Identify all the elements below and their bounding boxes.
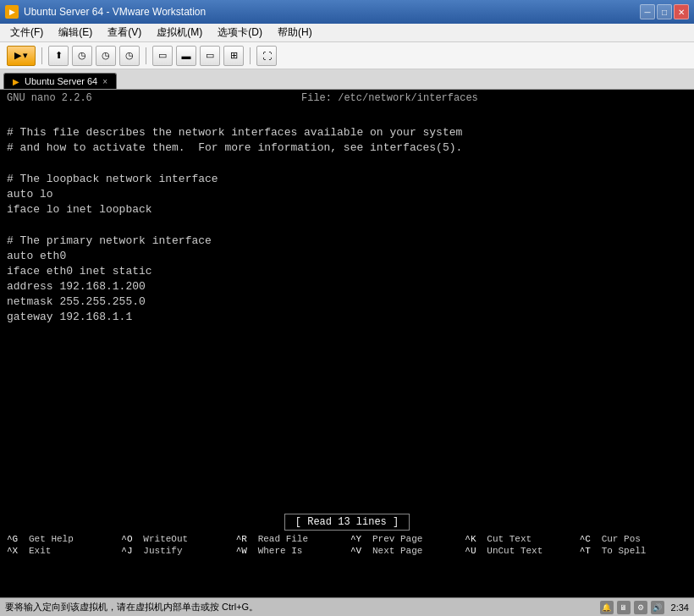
main-area[interactable]: GNU nano 2.2.6 File: /etc/network/interf… bbox=[0, 90, 694, 597]
shortcut-key: ^K bbox=[465, 534, 483, 544]
terminal[interactable]: # This file describes the network interf… bbox=[0, 107, 694, 329]
terminal-content[interactable]: # This file describes the network interf… bbox=[0, 107, 694, 513]
terminal-line: gateway 192.168.1.1 bbox=[7, 310, 687, 325]
play-dropdown-icon: ▾ bbox=[23, 50, 28, 61]
nano-version: GNU nano 2.2.6 bbox=[7, 92, 92, 104]
menu-view[interactable]: 查看(V) bbox=[101, 24, 148, 41]
shortcut-key: ^Y bbox=[350, 534, 369, 544]
shortcut-item: ^JJustify bbox=[118, 545, 232, 557]
terminal-line: netmask 255.255.255.0 bbox=[7, 294, 687, 310]
shortcut-key: ^G bbox=[7, 534, 25, 544]
title-bar-left: ▶ Ubuntu Server 64 - VMware Workstation bbox=[5, 5, 206, 19]
shortcut-key: ^R bbox=[236, 534, 255, 544]
shortcut-key: ^U bbox=[465, 546, 483, 556]
title-bar-controls: ─ □ ✕ bbox=[640, 4, 689, 19]
taskbar-icon-2: 🖥 bbox=[617, 601, 631, 614]
shortcut-label: Justify bbox=[143, 546, 182, 556]
shortcut-item: ^GGet Help bbox=[3, 533, 118, 545]
shortcut-item: ^CCur Pos bbox=[576, 533, 691, 545]
shortcut-item: ^XExit bbox=[3, 545, 118, 557]
shortcut-item: ^YPrev Page bbox=[347, 533, 461, 545]
shortcut-item: ^VNext Page bbox=[347, 545, 461, 557]
shortcut-key: ^J bbox=[121, 546, 140, 556]
shortcut-key: ^T bbox=[580, 546, 598, 556]
shortcut-label: Next Page bbox=[372, 546, 422, 556]
minimize-button[interactable]: ─ bbox=[640, 4, 655, 19]
shortcut-bar: ^GGet Help^OWriteOut^RRead File^YPrev Pa… bbox=[0, 531, 694, 558]
terminal-line: auto lo bbox=[7, 187, 687, 202]
shortcut-label: Cut Text bbox=[487, 534, 532, 544]
toolbar-screen4-button[interactable]: ⊞ bbox=[223, 46, 244, 66]
shortcut-item: ^UUnCut Text bbox=[461, 545, 576, 557]
shortcut-key: ^C bbox=[580, 534, 598, 544]
title-text: Ubuntu Server 64 - VMware Workstation bbox=[24, 6, 206, 18]
shortcut-row-2: ^XExit^JJustify^WWhere Is^VNext Page^UUn… bbox=[3, 545, 691, 557]
close-button[interactable]: ✕ bbox=[674, 4, 689, 19]
taskbar-icon-1: 🔔 bbox=[600, 601, 614, 614]
tab-label: Ubuntu Server 64 bbox=[25, 76, 97, 86]
menu-vm[interactable]: 虚拟机(M) bbox=[150, 24, 209, 41]
shortcut-item: ^WWhere Is bbox=[233, 545, 347, 557]
terminal-line: # This file describes the network interf… bbox=[7, 125, 687, 140]
menu-help[interactable]: 帮助(H) bbox=[271, 24, 319, 41]
toolbar-send-button[interactable]: ⬆ bbox=[48, 46, 69, 66]
nano-file: File: /etc/network/interfaces bbox=[301, 92, 478, 104]
shortcut-label: Exit bbox=[29, 546, 51, 556]
shortcut-key: ^V bbox=[350, 546, 369, 556]
toolbar-play-button[interactable]: ▶ ▾ bbox=[7, 46, 36, 66]
terminal-line: # The primary network interface bbox=[7, 234, 687, 249]
shortcut-item: ^OWriteOut bbox=[118, 533, 232, 545]
shortcut-label: WriteOut bbox=[143, 534, 188, 544]
play-icon: ▶ bbox=[14, 50, 21, 61]
toolbar-screen1-button[interactable]: ▭ bbox=[152, 46, 173, 66]
bottom-status-text: 要将输入定向到该虚拟机，请在虚拟机内部单击或按 Ctrl+G。 bbox=[5, 601, 597, 613]
taskbar-icon-4: 🔊 bbox=[651, 601, 664, 614]
menu-edit[interactable]: 编辑(E) bbox=[52, 24, 99, 41]
shortcut-key: ^O bbox=[121, 534, 140, 544]
menu-file[interactable]: 文件(F) bbox=[3, 24, 50, 41]
terminal-line: # and how to activate them. For more inf… bbox=[7, 140, 687, 156]
terminal-line: address 192.168.1.200 bbox=[7, 279, 687, 294]
toolbar-screen2-button[interactable]: ▬ bbox=[176, 46, 196, 66]
status-message: [ Read 13 lines ] bbox=[284, 514, 410, 531]
terminal-line bbox=[7, 217, 687, 233]
toolbar-separator-3 bbox=[250, 47, 251, 64]
title-bar: ▶ Ubuntu Server 64 - VMware Workstation … bbox=[0, 0, 694, 24]
toolbar-clock2-button[interactable]: ◷ bbox=[96, 46, 116, 66]
toolbar: ▶ ▾ ⬆ ◷ ◷ ◷ ▭ ▬ ▭ ⊞ ⛶ bbox=[0, 42, 694, 69]
shortcut-label: Prev Page bbox=[372, 534, 422, 544]
menu-tabs[interactable]: 选项卡(D) bbox=[211, 24, 269, 41]
shortcut-label: Cur Pos bbox=[602, 534, 641, 544]
toolbar-separator-2 bbox=[146, 47, 146, 64]
status-bar: [ Read 13 lines ] bbox=[0, 513, 694, 531]
shortcut-row-1: ^GGet Help^OWriteOut^RRead File^YPrev Pa… bbox=[3, 533, 691, 545]
tab-bar: ▶ Ubuntu Server 64 × bbox=[0, 69, 694, 90]
ubuntu-tab[interactable]: ▶ Ubuntu Server 64 × bbox=[3, 73, 117, 89]
maximize-button[interactable]: □ bbox=[657, 4, 672, 19]
tab-vm-icon: ▶ bbox=[13, 77, 19, 86]
vmware-icon: ▶ bbox=[5, 5, 19, 19]
app-window: ▶ Ubuntu Server 64 - VMware Workstation … bbox=[0, 0, 694, 616]
shortcut-label: Read File bbox=[258, 534, 308, 544]
terminal-line: auto eth0 bbox=[7, 249, 687, 264]
toolbar-fullscreen-button[interactable]: ⛶ bbox=[256, 46, 277, 66]
toolbar-screen3-button[interactable]: ▭ bbox=[200, 46, 220, 66]
shortcut-key: ^X bbox=[7, 546, 25, 556]
shortcut-item: ^RRead File bbox=[233, 533, 347, 545]
shortcut-item: ^KCut Text bbox=[461, 533, 576, 545]
taskbar-icons: 🔔 🖥 ⚙ 🔊 2:34 bbox=[600, 601, 689, 614]
toolbar-clock1-button[interactable]: ◷ bbox=[72, 46, 92, 66]
shortcut-label: UnCut Text bbox=[487, 546, 543, 556]
terminal-line bbox=[7, 110, 687, 125]
taskbar-time: 2:34 bbox=[671, 602, 689, 613]
toolbar-separator-1 bbox=[41, 47, 42, 64]
shortcut-label: Where Is bbox=[258, 546, 303, 556]
shortcut-key: ^W bbox=[236, 546, 255, 556]
terminal-line: iface eth0 inet static bbox=[7, 264, 687, 279]
toolbar-clock3-button[interactable]: ◷ bbox=[119, 46, 140, 66]
terminal-line: # The loopback network interface bbox=[7, 172, 687, 187]
shortcut-item: ^TTo Spell bbox=[576, 545, 691, 557]
menu-bar: 文件(F) 编辑(E) 查看(V) 虚拟机(M) 选项卡(D) 帮助(H) bbox=[0, 24, 694, 42]
tab-close-button[interactable]: × bbox=[102, 77, 107, 86]
terminal-line: iface lo inet loopback bbox=[7, 202, 687, 217]
